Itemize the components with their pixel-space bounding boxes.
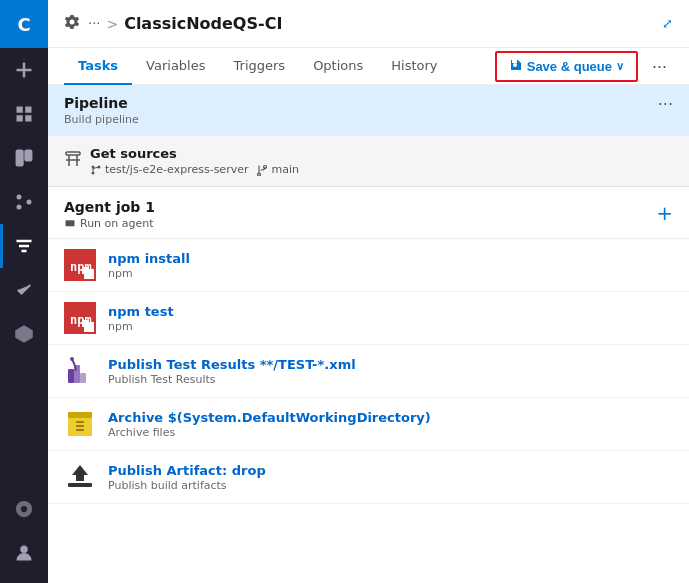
nav-actions: Save & queue ∨ ··· — [495, 51, 673, 82]
get-sources-title: Get sources — [90, 146, 299, 161]
agent-job-title: Agent job 1 — [64, 199, 155, 215]
main-content: ··· > ClassicNodeQS-CI ⤢ Tasks Variables… — [48, 0, 689, 583]
publish-test-title: Publish Test Results **/TEST-*.xml — [108, 357, 356, 372]
npm-install-subtitle: npm — [108, 267, 190, 280]
get-sources-repo: test/js-e2e-express-server — [90, 163, 248, 176]
sidebar-item-plus[interactable] — [0, 48, 48, 92]
svg-rect-31 — [68, 483, 92, 487]
publish-artifact-icon — [64, 461, 96, 493]
save-queue-button[interactable]: Save & queue ∨ — [495, 51, 638, 82]
settings-icon — [64, 14, 80, 33]
svg-rect-3 — [25, 115, 31, 121]
task-npm-install[interactable]: npm npm install npm — [48, 239, 689, 292]
archive-subtitle: Archive files — [108, 426, 431, 439]
get-sources-row[interactable]: Get sources test/js-e2e-express-server m… — [48, 136, 689, 187]
svg-rect-18 — [82, 267, 89, 274]
svg-rect-30 — [76, 429, 84, 431]
tab-history[interactable]: History — [377, 48, 451, 85]
archive-title: Archive $(System.DefaultWorkingDirectory… — [108, 410, 431, 425]
save-queue-label: Save & queue — [527, 59, 612, 74]
svg-rect-4 — [17, 151, 23, 166]
svg-point-10 — [92, 171, 95, 174]
sidebar-item-artifacts[interactable] — [0, 312, 48, 356]
svg-rect-13 — [66, 220, 75, 226]
npm-test-title: npm test — [108, 304, 174, 319]
task-publish-test[interactable]: Publish Test Results **/TEST-*.xml Publi… — [48, 345, 689, 398]
page-title: ClassicNodeQS-CI — [124, 14, 282, 33]
svg-rect-26 — [68, 412, 92, 418]
archive-icon — [64, 408, 96, 440]
publish-artifact-title: Publish Artifact: drop — [108, 463, 266, 478]
svg-rect-0 — [17, 107, 23, 113]
tab-variables[interactable]: Variables — [132, 48, 219, 85]
sidebar-item-pipelines[interactable] — [0, 224, 48, 268]
sidebar-item-overview[interactable] — [0, 92, 48, 136]
get-sources-branch: main — [256, 163, 298, 176]
topbar-expand-icon[interactable]: ⤢ — [662, 16, 673, 31]
chevron-down-icon: ∨ — [616, 60, 624, 73]
sidebar: C — [0, 0, 48, 583]
publish-test-subtitle: Publish Test Results — [108, 373, 356, 386]
sidebar-logo[interactable]: C — [0, 0, 48, 48]
add-task-button[interactable]: + — [656, 201, 673, 225]
svg-rect-21 — [82, 320, 89, 327]
svg-rect-29 — [76, 425, 84, 427]
agent-job-row: Agent job 1 Run on agent + — [48, 187, 689, 239]
publish-test-icon — [64, 355, 96, 387]
pipeline-header[interactable]: Pipeline Build pipeline ··· — [48, 85, 689, 136]
svg-rect-28 — [76, 421, 84, 423]
ellipsis[interactable]: ··· — [88, 16, 100, 31]
svg-rect-7 — [66, 152, 80, 155]
svg-rect-1 — [25, 107, 31, 113]
svg-marker-32 — [72, 465, 88, 481]
npm-test-subtitle: npm — [108, 320, 174, 333]
topbar: ··· > ClassicNodeQS-CI ⤢ — [48, 0, 689, 48]
sidebar-item-settings[interactable] — [0, 487, 48, 531]
tab-options[interactable]: Options — [299, 48, 377, 85]
npm-install-icon: npm — [64, 249, 96, 281]
task-archive[interactable]: Archive $(System.DefaultWorkingDirectory… — [48, 398, 689, 451]
svg-rect-22 — [68, 369, 74, 383]
svg-rect-24 — [80, 373, 86, 383]
nav-tabs: Tasks Variables Triggers Options History… — [48, 48, 689, 85]
task-publish-artifact[interactable]: Publish Artifact: drop Publish build art… — [48, 451, 689, 504]
svg-point-25 — [70, 357, 74, 361]
agent-job-subtitle: Run on agent — [64, 217, 155, 230]
pipeline-title: Pipeline — [64, 95, 139, 111]
breadcrumb: ··· > ClassicNodeQS-CI — [88, 14, 282, 33]
svg-rect-5 — [25, 151, 31, 161]
svg-rect-2 — [17, 115, 23, 121]
npm-test-icon: npm — [64, 302, 96, 334]
more-options-button[interactable]: ··· — [646, 52, 673, 81]
save-icon — [509, 58, 523, 75]
breadcrumb-separator: > — [106, 16, 118, 32]
sidebar-item-boards[interactable] — [0, 136, 48, 180]
content-area: Pipeline Build pipeline ··· Get sources … — [48, 85, 689, 583]
pipeline-subtitle: Build pipeline — [64, 113, 139, 126]
task-npm-test[interactable]: npm npm test npm — [48, 292, 689, 345]
pipeline-more-button[interactable]: ··· — [658, 95, 673, 114]
get-sources-icon — [64, 150, 82, 172]
sidebar-item-testplans[interactable] — [0, 268, 48, 312]
tab-tasks[interactable]: Tasks — [64, 48, 132, 85]
svg-point-6 — [20, 546, 28, 554]
sidebar-item-repos[interactable] — [0, 180, 48, 224]
npm-install-title: npm install — [108, 251, 190, 266]
sidebar-item-user[interactable] — [0, 531, 48, 575]
publish-artifact-subtitle: Publish build artifacts — [108, 479, 266, 492]
tab-triggers[interactable]: Triggers — [220, 48, 300, 85]
